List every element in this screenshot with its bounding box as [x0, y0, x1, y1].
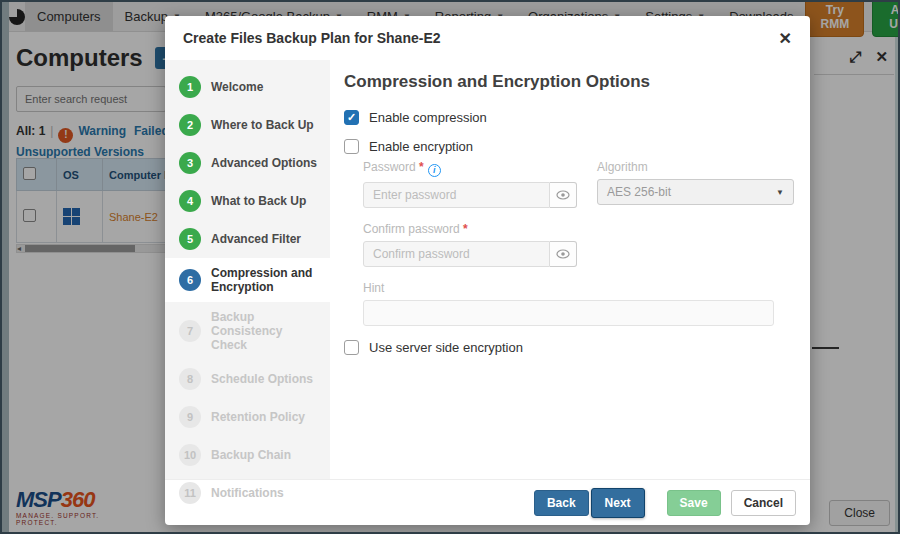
- next-button[interactable]: Next: [591, 488, 645, 518]
- step-what-to-back-up[interactable]: 4What to Back Up: [165, 182, 330, 220]
- hint-label: Hint: [363, 281, 794, 295]
- eye-icon: [556, 190, 570, 200]
- cancel-button[interactable]: Cancel: [731, 490, 796, 516]
- enable-encryption-checkbox[interactable]: [344, 139, 359, 154]
- step-welcome[interactable]: 1Welcome: [165, 68, 330, 106]
- server-side-encryption-label: Use server side encryption: [369, 340, 523, 355]
- step-compression-encryption[interactable]: 6Compression and Encryption: [165, 258, 330, 302]
- dialog-header: Create Files Backup Plan for Shane-E2 ✕: [165, 16, 810, 60]
- dialog-title: Create Files Backup Plan for Shane-E2: [183, 30, 441, 46]
- step-heading: Compression and Encryption Options: [344, 72, 794, 92]
- show-password-button[interactable]: [550, 182, 577, 208]
- algorithm-label: Algorithm: [597, 160, 794, 174]
- step-backup-consistency-check[interactable]: 7Backup Consistency Check: [165, 302, 330, 360]
- step-where-to-back-up[interactable]: 2Where to Back Up: [165, 106, 330, 144]
- info-icon[interactable]: i: [428, 164, 441, 177]
- app-window: Computers Backup▼ M365/Google Backup▼ RM…: [0, 0, 900, 534]
- enable-compression-checkbox[interactable]: ✓: [344, 110, 359, 125]
- step-retention-policy[interactable]: 9Retention Policy: [165, 398, 330, 436]
- back-button[interactable]: Back: [534, 490, 589, 516]
- chevron-down-icon: ▼: [776, 188, 784, 197]
- encryption-form: Password *i Algorithm AES 256-bit▼ Confi…: [363, 160, 794, 326]
- dialog-footer: Back Next Save Cancel: [165, 479, 810, 525]
- algorithm-select[interactable]: AES 256-bit▼: [597, 179, 794, 205]
- save-button[interactable]: Save: [667, 490, 721, 516]
- hint-input[interactable]: [363, 300, 774, 326]
- backup-plan-wizard-dialog: Create Files Backup Plan for Shane-E2 ✕ …: [165, 16, 810, 525]
- enable-encryption-label: Enable encryption: [369, 139, 473, 154]
- enable-compression-label: Enable compression: [369, 110, 487, 125]
- password-input[interactable]: [363, 182, 550, 208]
- confirm-password-input[interactable]: [363, 241, 550, 267]
- confirm-password-label: Confirm password *: [363, 222, 794, 236]
- step-schedule-options[interactable]: 8Schedule Options: [165, 360, 330, 398]
- wizard-step-content: Compression and Encryption Options ✓ Ena…: [330, 60, 810, 479]
- show-confirm-password-button[interactable]: [550, 241, 577, 267]
- dialog-close-icon[interactable]: ✕: [779, 29, 792, 48]
- step-backup-chain[interactable]: 10Backup Chain: [165, 436, 330, 474]
- wizard-steps-sidebar: 1Welcome 2Where to Back Up 3Advanced Opt…: [165, 60, 330, 479]
- step-advanced-options[interactable]: 3Advanced Options: [165, 144, 330, 182]
- eye-icon: [556, 249, 570, 259]
- server-side-encryption-checkbox[interactable]: [344, 340, 359, 355]
- password-label: Password *i: [363, 160, 577, 177]
- step-advanced-filter[interactable]: 5Advanced Filter: [165, 220, 330, 258]
